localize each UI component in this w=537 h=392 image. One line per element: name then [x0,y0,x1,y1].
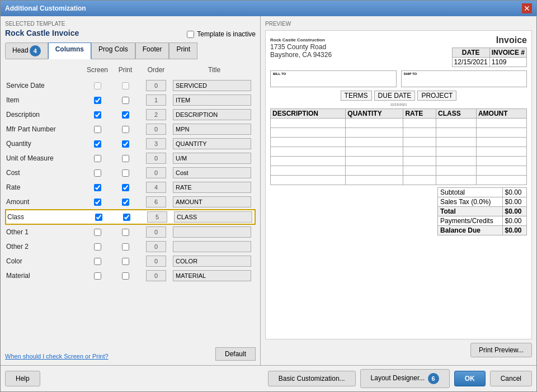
tab-prog-cols[interactable]: Prog Cols [91,42,135,59]
help-button[interactable]: Help [5,371,40,386]
summary-table: Subtotal $0.00 Sales Tax (0.0%) $0.00 To… [437,187,527,235]
template-name: Rock Castle Invoice [5,29,79,37]
preview-label: PREVIEW [265,21,532,27]
order-val: 3 [146,138,166,149]
row-label: Unit of Measure [5,154,83,162]
title-input[interactable] [173,167,251,178]
order-val: 0 [146,256,166,267]
screen-check[interactable] [94,258,101,265]
tab-header[interactable]: Head4 [5,42,48,59]
title-empty [173,241,251,252]
screen-check[interactable] [94,155,101,162]
table-row: Quantity 3 [5,136,256,151]
template-header: SELECTED TEMPLATE Rock Castle Invoice Te… [5,21,256,38]
print-check[interactable] [122,272,129,280]
screen-header: Screen [83,66,111,74]
close-button[interactable]: ✕ [522,3,532,13]
screen-check[interactable] [94,169,101,177]
invoice-main-table: DESCRIPTION QUANTITY RATE CLASS AMOUNT [270,108,527,185]
screen-check[interactable] [94,140,101,148]
order-val: 4 [146,182,166,193]
invoice-header: Rock Castle Construction 1735 County Roa… [270,35,527,67]
table-row: Amount 6 [5,195,256,209]
ok-button[interactable]: OK [454,371,486,386]
title-input[interactable] [173,182,251,193]
print-preview-button[interactable]: Print Preview... [470,343,532,357]
table-row: Cost 0 [5,166,256,180]
print-check[interactable] [122,243,129,251]
order-val: 0 [146,167,166,178]
print-check[interactable] [111,82,139,89]
title-input[interactable] [173,95,251,106]
tab-columns[interactable]: Columns [48,42,91,59]
title-header: Title [173,66,256,74]
table-row: Material 0 [5,268,256,283]
title-input[interactable] [173,270,251,281]
screen-check[interactable] [94,229,101,236]
screen-check[interactable] [94,243,101,251]
screen-check[interactable] [94,184,101,191]
inactive-checkbox[interactable] [187,31,194,38]
print-check[interactable] [123,214,130,221]
table-row: Unit of Measure 0 [5,151,256,166]
print-check[interactable] [122,258,129,265]
inactive-label: Template is inactive [197,30,256,38]
row-label: Other 2 [5,243,83,251]
title-input[interactable] [173,256,251,267]
tab-print[interactable]: Print [169,42,197,59]
left-panel: SELECTED TEMPLATE Rock Castle Invoice Te… [1,16,261,365]
row-label: Amount [5,198,83,206]
project-cell: PROJECT [417,91,456,101]
title-input[interactable] [173,109,251,120]
title-input[interactable] [173,153,251,164]
print-check[interactable] [122,169,129,177]
row-label: Cost [5,169,83,177]
step-badge-4: 4 [30,45,41,56]
basic-customization-button[interactable]: Basic Customization... [268,371,356,386]
row-label: Material [5,272,83,280]
screen-check[interactable] [94,126,101,133]
row-label: Other 1 [5,228,83,236]
right-panel: PREVIEW Rock Castle Construction 1735 Co… [261,16,536,365]
print-check[interactable] [122,199,129,206]
screen-check[interactable] [94,111,101,119]
print-check[interactable] [122,111,129,119]
print-check[interactable] [122,184,129,191]
row-label: Service Date [5,82,83,89]
dialog: Additional Customization ✕ SELECTED TEMP… [0,0,537,392]
table-row: Service Date 0 [5,78,256,93]
print-check[interactable] [122,155,129,162]
screen-check[interactable] [94,97,101,104]
table-row: Other 1 0 [5,225,256,239]
cancel-button[interactable]: Cancel [490,371,532,386]
title-input[interactable] [173,196,251,207]
screen-check[interactable] [94,272,101,280]
title-input[interactable] [173,138,251,149]
selected-template-label: SELECTED TEMPLATE [5,21,256,27]
print-check[interactable] [122,140,129,148]
tab-footer[interactable]: Footer [135,42,169,59]
title-input[interactable] [174,211,252,223]
print-check[interactable] [122,126,129,133]
screen-check[interactable] [83,82,111,89]
default-button[interactable]: Default [215,347,256,361]
due-date-cell: DUE DATE [374,91,416,101]
table-row: Color 0 [5,254,256,268]
print-check[interactable] [122,97,129,104]
order-val: 0 [146,226,166,238]
terms-val: 12/15/2021 [270,103,527,106]
order-val: 0 [146,270,166,281]
print-check[interactable] [122,229,129,236]
screen-check[interactable] [95,214,102,221]
screen-print-help-link[interactable]: When should I check Screen or Print? [5,353,109,360]
title-input[interactable] [173,124,251,135]
title-input[interactable] [173,80,251,91]
dialog-title: Additional Customization [5,4,86,12]
screen-check[interactable] [94,199,101,206]
preview-box: Rock Castle Construction 1735 County Roa… [265,30,532,339]
inactive-row: Template is inactive [187,30,256,38]
order-val: 0 [146,80,166,91]
layout-designer-button[interactable]: Layout Designer... 6 [360,369,450,388]
invoice-number-table: DATE INVOICE # 12/15/2021 1109 [452,48,527,67]
table-row: Other 2 0 [5,239,256,254]
